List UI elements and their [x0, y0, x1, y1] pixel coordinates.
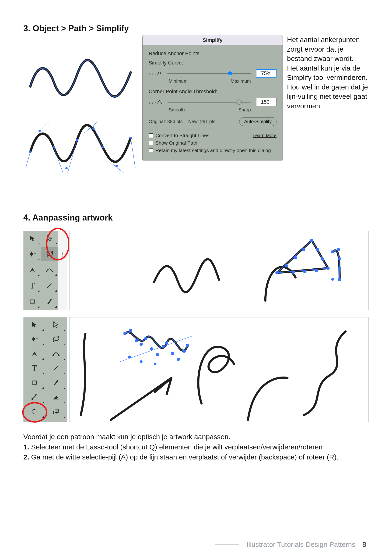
svg-point-32 — [321, 257, 324, 261]
shaper-icon[interactable] — [24, 390, 45, 404]
svg-line-6 — [84, 121, 98, 133]
svg-point-54 — [129, 329, 132, 332]
svg-line-24 — [47, 284, 52, 288]
svg-point-15 — [92, 127, 94, 130]
svg-point-56 — [140, 343, 143, 346]
svg-point-58 — [150, 347, 153, 351]
paintbrush-icon[interactable] — [41, 294, 58, 309]
chk-convert-straight[interactable] — [149, 133, 153, 138]
corner-threshold-slider[interactable] — [167, 102, 251, 102]
toolbar-a: ✦⁺ T 1 4 0 — [23, 231, 67, 310]
simplify-curve-value[interactable]: 75% — [256, 69, 277, 78]
section3-heading: 3. Object > Path > Simplify — [23, 23, 369, 33]
svg-point-29 — [302, 248, 305, 251]
magic-wand-icon[interactable]: ✦⁺ — [24, 247, 41, 261]
corner-smooth-icon — [149, 100, 162, 105]
rectangle-icon[interactable] — [24, 375, 45, 390]
svg-point-67 — [140, 360, 143, 363]
new-pts: New: 291 pts — [188, 119, 216, 124]
svg-point-18 — [158, 72, 159, 73]
svg-line-7 — [112, 163, 124, 173]
toolbar-b: ✦⁺ T — [23, 317, 67, 422]
svg-point-64 — [182, 350, 186, 353]
svg-rect-37 — [331, 251, 334, 253]
svg-point-39 — [338, 257, 341, 261]
type-icon[interactable]: T — [24, 278, 41, 293]
svg-point-20 — [155, 102, 156, 103]
svg-point-27 — [285, 264, 288, 267]
svg-point-59 — [156, 353, 159, 357]
corner-smooth-text: Smooth — [169, 107, 185, 113]
lasso-icon[interactable] — [41, 247, 58, 261]
svg-point-16 — [115, 165, 118, 167]
svg-point-62 — [171, 352, 174, 355]
svg-point-11 — [101, 146, 104, 148]
original-pts: Original: 884 pts — [149, 119, 183, 124]
svg-point-12 — [129, 137, 132, 139]
svg-rect-50 — [53, 399, 59, 399]
footer-title: Illustrator Tutorials Design Patterns — [246, 540, 355, 548]
learn-more-link[interactable]: Learn More — [253, 133, 277, 138]
curvature-icon[interactable] — [41, 263, 58, 277]
curvature-icon[interactable] — [45, 346, 67, 361]
rectangle-icon[interactable] — [24, 294, 41, 309]
pen-icon[interactable] — [24, 346, 45, 361]
chk-retain-settings-label: Retain my latest settings and directly o… — [155, 148, 271, 153]
paintbrush-icon[interactable] — [45, 375, 67, 390]
svg-point-14 — [65, 167, 68, 169]
line-icon[interactable] — [45, 361, 67, 375]
svg-rect-47 — [32, 381, 36, 384]
svg-rect-53 — [123, 332, 126, 335]
group-reduce-anchor-points: Reduce Anchor Points — [149, 51, 277, 57]
magic-wand-icon[interactable]: ✦⁺ — [24, 332, 45, 346]
svg-point-38 — [337, 248, 340, 251]
direct-selection-icon[interactable] — [45, 317, 67, 332]
svg-rect-65 — [186, 344, 189, 347]
chk-retain-settings[interactable] — [149, 148, 153, 153]
corner-sharp-text: Sharp — [238, 107, 251, 113]
section4-step2: 2. Ga met de witte selectie-pijl (A) op … — [23, 452, 369, 462]
svg-rect-25 — [30, 300, 34, 303]
rotate-icon[interactable] — [24, 404, 45, 419]
svg-point-60 — [162, 345, 165, 348]
canvas-a[interactable] — [69, 231, 369, 310]
svg-point-30 — [310, 239, 313, 242]
section3-sidetext: Het aantal ankerpunten zorgt ervoor dat … — [287, 35, 369, 111]
corner-threshold-value[interactable]: 150° — [256, 98, 277, 106]
simplify-dialog: Simplify Reduce Anchor Points Simplify C… — [142, 35, 283, 161]
simplify-curve-slider[interactable] — [167, 73, 251, 74]
type-icon[interactable]: T — [24, 361, 45, 375]
line-icon[interactable] — [41, 278, 58, 293]
svg-point-42 — [331, 278, 334, 281]
svg-point-33 — [327, 267, 330, 270]
footer-page-number: 8 — [362, 540, 366, 548]
svg-point-55 — [135, 339, 138, 343]
chk-convert-straight-label: Convert to Straight Lines — [155, 133, 209, 138]
simplify-artwork-example — [23, 42, 138, 173]
selection-tool-icon[interactable] — [24, 231, 41, 246]
eraser-icon[interactable] — [45, 390, 67, 404]
canvas-b[interactable] — [69, 317, 369, 422]
chk-show-original[interactable] — [149, 141, 153, 145]
svg-point-57 — [144, 337, 148, 340]
svg-point-28 — [294, 256, 297, 260]
svg-point-17 — [155, 73, 156, 74]
svg-point-40 — [338, 267, 341, 270]
svg-point-66 — [128, 356, 131, 358]
simplify-curve-label: Simplify Curve: — [149, 60, 277, 66]
scale-icon[interactable] — [45, 404, 67, 419]
direct-selection-icon[interactable] — [41, 231, 58, 246]
dialog-title: Simplify — [143, 35, 283, 45]
svg-rect-41 — [338, 278, 341, 281]
lasso-icon[interactable] — [45, 332, 67, 346]
svg-point-61 — [165, 342, 169, 345]
section4-heading: 4. Aanpassing artwork — [23, 212, 369, 223]
selection-tool-icon[interactable] — [24, 317, 45, 332]
auto-simplify-button[interactable]: Auto-Simplify — [239, 117, 277, 126]
svg-point-34 — [315, 269, 318, 272]
svg-point-8 — [29, 151, 31, 153]
svg-point-10 — [76, 139, 78, 141]
section4-intro: Voordat je een patroon maakt kun je opti… — [23, 432, 369, 442]
svg-point-35 — [303, 270, 306, 273]
pen-icon[interactable] — [24, 263, 41, 277]
